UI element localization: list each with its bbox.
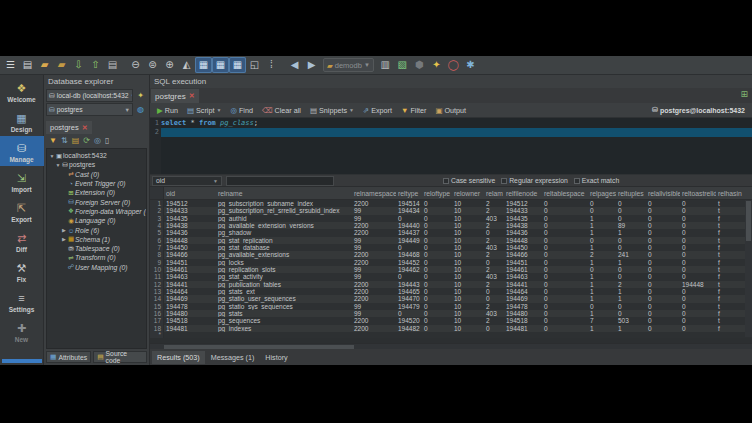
table-cell[interactable]: 0	[680, 317, 716, 324]
table-cell[interactable]: 1	[616, 295, 646, 302]
table-cell[interactable]: 194438	[504, 222, 542, 229]
table-cell[interactable]: pg_statio_sys_sequences	[216, 303, 352, 310]
table-cell[interactable]: 1	[616, 259, 646, 266]
column-header-reloftype[interactable]: reloftype	[422, 187, 452, 199]
open-icon[interactable]: ▰	[36, 57, 53, 73]
table-cell[interactable]: 1	[588, 288, 616, 295]
table-cell[interactable]: 194448	[680, 281, 716, 288]
table-cell[interactable]: 0	[680, 237, 716, 244]
table-cell[interactable]: pg_stat_replication	[216, 237, 352, 244]
tree-item[interactable]: ▶☺Role (6)	[47, 225, 146, 234]
table-cell[interactable]: 0	[422, 288, 452, 295]
table-cell[interactable]: pg_authid	[216, 215, 352, 222]
table-cell[interactable]: 0	[680, 222, 716, 229]
table-row[interactable]: 17194518pg_sequences22001945200102194518…	[150, 317, 752, 324]
table-cell[interactable]: 2	[616, 281, 646, 288]
column-header-reltoastrelid[interactable]: reltoastrelid	[680, 187, 716, 199]
table-cell[interactable]: 0	[542, 288, 588, 295]
table-cell[interactable]: 1	[588, 259, 616, 266]
table-cell[interactable]: 0	[542, 244, 588, 251]
table-cell[interactable]: 0	[588, 266, 616, 273]
table-cell[interactable]: pg_indexes	[216, 325, 352, 332]
table-cell[interactable]: 194466	[504, 251, 542, 258]
globe-icon[interactable]: ◍	[134, 103, 147, 116]
sidebar-item-new[interactable]: ✚New	[0, 316, 44, 346]
table-cell[interactable]: 10	[452, 259, 484, 266]
exact-match-checkbox[interactable]: Exact match	[574, 177, 619, 184]
sidebar-item-import[interactable]: ⇲Import	[0, 166, 44, 196]
table-cell[interactable]: 0	[646, 259, 680, 266]
table-cell[interactable]: 2200	[352, 325, 396, 332]
table-cell[interactable]: pg_shadow	[216, 229, 352, 236]
table-cell[interactable]: 1	[616, 325, 646, 332]
new-sql-tab-button[interactable]: ⊞	[740, 89, 748, 99]
table-row[interactable]: 15194478pg_statio_sys_sequences991944790…	[150, 303, 752, 310]
table-cell[interactable]: 194514	[396, 200, 422, 207]
sidebar-item-diff[interactable]: ⇄Diff	[0, 226, 44, 256]
table-cell[interactable]: 2200	[352, 281, 396, 288]
table-cell[interactable]: 0	[680, 215, 716, 222]
sidebar-item-manage[interactable]: ⛁Manage	[0, 136, 44, 166]
table-cell[interactable]: 0	[616, 207, 646, 214]
snippets-button[interactable]: ▤Snippets▼	[306, 104, 358, 117]
table-cell[interactable]: 194518	[164, 317, 216, 324]
table-cell[interactable]: 1	[616, 229, 646, 236]
table-cell[interactable]: 99	[352, 266, 396, 273]
table-cell[interactable]: pg_sequences	[216, 317, 352, 324]
table-cell[interactable]: 194450	[504, 244, 542, 251]
zoom-in-icon[interactable]: ⊕	[161, 57, 178, 73]
new-row-marker[interactable]: *	[150, 332, 752, 338]
table-cell[interactable]: 0	[646, 244, 680, 251]
table-cell[interactable]: 0	[422, 207, 452, 214]
save-icon[interactable]: ▰	[327, 61, 333, 70]
table-cell[interactable]: 194518	[504, 317, 542, 324]
table-cell[interactable]: 0	[616, 215, 646, 222]
table-cell[interactable]: 0	[542, 325, 588, 332]
table-row[interactable]: 10194461pg_replication_slots991944620102…	[150, 266, 752, 273]
table-cell[interactable]: 194450	[164, 244, 216, 251]
table-cell[interactable]: 10	[452, 310, 484, 317]
table-cell[interactable]: 194470	[396, 295, 422, 302]
table-cell[interactable]: 1	[588, 310, 616, 317]
table-cell[interactable]: 0	[396, 273, 422, 280]
table-cell[interactable]: 99	[352, 310, 396, 317]
tree-item[interactable]: ▶▦Schema (1)	[47, 235, 146, 244]
table-cell[interactable]: 0	[422, 244, 452, 251]
table-cell[interactable]: 0	[484, 288, 504, 295]
table-cell[interactable]: 0	[542, 200, 588, 207]
table-cell[interactable]: 0	[616, 266, 646, 273]
table-cell[interactable]: 1	[588, 215, 616, 222]
table-cell[interactable]: pg_statio_user_sequences	[216, 295, 352, 302]
column-header-reltype[interactable]: reltype	[396, 187, 422, 199]
table-cell[interactable]: 0	[422, 259, 452, 266]
table-row[interactable]: 12194441pg_publication_tables22001944430…	[150, 281, 752, 288]
table-cell[interactable]: 1	[588, 229, 616, 236]
table-cell[interactable]: 1	[588, 244, 616, 251]
table-cell[interactable]: pg_stats	[216, 310, 352, 317]
table-cell[interactable]: pg_stats_ext	[216, 288, 352, 295]
table-cell[interactable]: 1	[588, 281, 616, 288]
vertical-scrollbar[interactable]	[745, 200, 752, 337]
table-row[interactable]: 18194481pg_indexes2200194482010019448101…	[150, 325, 752, 332]
table-cell[interactable]: 194463	[504, 273, 542, 280]
find-button[interactable]: ◎Find	[226, 104, 257, 117]
table-cell[interactable]: 194433	[164, 207, 216, 214]
sql-tab-postgres[interactable]: postgres ✕	[151, 89, 199, 103]
table-cell[interactable]: 2	[484, 200, 504, 207]
table-cell[interactable]: 194481	[504, 325, 542, 332]
table-cell[interactable]: 0	[542, 266, 588, 273]
run-button[interactable]: ▶Run	[153, 104, 182, 117]
grid-edit-view-icon[interactable]: ▦	[229, 57, 246, 73]
table-cell[interactable]: 194452	[396, 259, 422, 266]
table-cell[interactable]: pg_stat_activity	[216, 273, 352, 280]
table-cell[interactable]: 0	[484, 325, 504, 332]
table-cell[interactable]: 0	[422, 266, 452, 273]
table-cell[interactable]: 0	[616, 237, 646, 244]
column-header-relname[interactable]: relname	[216, 187, 352, 199]
table-cell[interactable]: 0	[680, 310, 716, 317]
table-cell[interactable]: 2200	[352, 222, 396, 229]
tree-item[interactable]: ☍User Mapping (0)	[47, 263, 146, 272]
table-cell[interactable]: 194520	[396, 317, 422, 324]
table-cell[interactable]: 0	[646, 251, 680, 258]
table-cell[interactable]: 1	[588, 273, 616, 280]
